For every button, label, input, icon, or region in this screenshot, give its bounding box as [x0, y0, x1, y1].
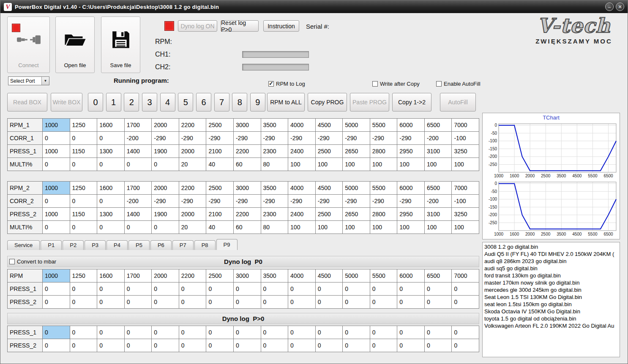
program-button-5[interactable]: 5 [178, 93, 193, 111]
grid-cell[interactable]: 0 [124, 158, 152, 171]
grid-cell[interactable]: 2300 [261, 145, 288, 158]
grid-cell[interactable]: 0 [70, 283, 97, 296]
grid-cell[interactable]: 0 [97, 283, 125, 296]
grid-cell[interactable]: 4500 [315, 182, 343, 195]
program-button-4[interactable]: 4 [160, 93, 175, 111]
grid-cell[interactable]: 0 [124, 221, 152, 234]
grid-cell[interactable]: 2800 [370, 208, 397, 221]
grid-cell[interactable]: 0 [233, 339, 261, 352]
grid-cell[interactable]: 20 [179, 158, 206, 171]
reset-log-button[interactable]: Reset log P>0 [221, 20, 259, 32]
file-list-item[interactable]: ford transit 130km go digital.bin [484, 272, 618, 279]
rpm-to-all-button[interactable]: RPM to ALL [267, 93, 305, 111]
grid-cell[interactable]: 7000 [452, 119, 479, 132]
grid-cell[interactable]: 60 [233, 158, 261, 171]
grid-cell[interactable]: 0 [233, 296, 261, 309]
autofill-button[interactable]: AutoFill [440, 93, 476, 111]
grid-cell[interactable]: 6000 [397, 119, 425, 132]
grid-cell[interactable]: 0 [452, 283, 479, 296]
grid-cell[interactable]: 1600 [97, 119, 125, 132]
grid-cell[interactable]: 2200 [179, 119, 206, 132]
grid-cell[interactable]: 2950 [397, 208, 425, 221]
grid-cell[interactable]: 2000 [152, 269, 179, 283]
grid-cell[interactable]: -290 [315, 132, 343, 145]
grid-cell[interactable]: 0 [452, 326, 479, 339]
write-after-copy-checkbox[interactable]: Write after Copy [372, 81, 420, 87]
grid-cell[interactable]: 0 [370, 339, 397, 352]
grid-cell[interactable]: 4000 [288, 119, 316, 132]
grid-cell[interactable]: 0 [343, 326, 370, 339]
grid-cell[interactable]: 0 [261, 283, 288, 296]
save-file-button[interactable]: Save file [101, 16, 140, 73]
program-button-2[interactable]: 2 [124, 93, 139, 111]
grid-cell[interactable]: 100 [452, 221, 479, 234]
grid-cell[interactable]: 80 [261, 221, 288, 234]
grid-cell[interactable]: 3000 [233, 182, 261, 195]
grid-cell[interactable]: 100 [370, 221, 397, 234]
file-list-item[interactable]: 3008 1.2 go digital.bin [484, 243, 618, 250]
grid-cell[interactable]: 1250 [70, 269, 97, 283]
grid-cell[interactable]: 0 [370, 283, 397, 296]
grid-cell[interactable]: 0 [424, 296, 452, 309]
grid-cell[interactable]: 1300 [97, 145, 125, 158]
file-list-item[interactable]: audi q8 286km 2023 go digital.bin [484, 258, 618, 265]
grid-cell[interactable]: 1150 [70, 145, 97, 158]
grid-cell[interactable]: 2000 [152, 119, 179, 132]
grid-cell[interactable]: 6000 [397, 182, 425, 195]
grid-cell[interactable]: 0 [43, 132, 70, 145]
grid-cell[interactable]: 2200 [233, 145, 261, 158]
file-list-item[interactable]: toyota 1.5 go digital od obciążenia.bin [484, 315, 618, 322]
file-list-item[interactable]: mercedes gle 300d 245km go digital.bin [484, 286, 618, 293]
checkbox-box[interactable] [268, 81, 274, 87]
grid-cell[interactable]: 0 [315, 339, 343, 352]
grid-cell[interactable]: 0 [43, 195, 70, 208]
grid-cell[interactable]: 0 [97, 221, 125, 234]
grid-cell[interactable]: 1000 [43, 119, 70, 132]
grid-cell[interactable]: 0 [288, 339, 316, 352]
rpm-to-log-checkbox[interactable]: RPM to Log [268, 81, 305, 87]
grid-cell[interactable]: 0 [206, 339, 234, 352]
tab-service[interactable]: Service [7, 240, 40, 250]
grid-cell[interactable]: 0 [97, 326, 125, 339]
grid-cell[interactable]: 1900 [152, 145, 179, 158]
grid-cell[interactable]: 2100 [206, 145, 234, 158]
grid-cell[interactable]: 3000 [233, 119, 261, 132]
grid-cell[interactable]: 0 [315, 326, 343, 339]
grid-cell[interactable]: 100 [315, 158, 343, 171]
grid-cell[interactable]: 4500 [315, 119, 343, 132]
grid-cell[interactable]: 1300 [97, 208, 125, 221]
grid-cell[interactable]: -100 [452, 195, 479, 208]
grid-cell[interactable]: 0 [97, 158, 125, 171]
grid-cell[interactable]: 0 [124, 296, 152, 309]
grid-cell[interactable]: 0 [288, 283, 316, 296]
grid-cell[interactable]: 0 [452, 296, 479, 309]
grid-cell[interactable]: 2500 [206, 269, 234, 283]
grid-cell[interactable]: 0 [97, 296, 125, 309]
grid-cell[interactable]: 0 [152, 326, 179, 339]
program-button-9[interactable]: 9 [250, 93, 265, 111]
grid-cell[interactable]: 80 [261, 158, 288, 171]
grid-cell[interactable]: 1400 [124, 208, 152, 221]
grid-cell[interactable]: 2500 [206, 119, 234, 132]
grid-cell[interactable]: 7000 [452, 269, 479, 283]
grid-cell[interactable]: 2400 [288, 145, 316, 158]
grid-cell[interactable]: 0 [70, 326, 97, 339]
grid-cell[interactable]: 3250 [452, 145, 479, 158]
grid-cell[interactable]: -290 [343, 132, 370, 145]
grid-cell[interactable]: 2950 [397, 145, 425, 158]
grid-cell[interactable]: -290 [370, 195, 397, 208]
grid-cell[interactable]: 0 [179, 339, 206, 352]
checkbox-box[interactable] [436, 81, 442, 87]
grid-cell[interactable]: 1150 [70, 208, 97, 221]
copy-prog-button[interactable]: Copy PROG [308, 93, 347, 111]
grid-cell[interactable]: 0 [70, 221, 97, 234]
grid-cell[interactable]: 3500 [261, 269, 288, 283]
grid-cell[interactable]: 0 [70, 132, 97, 145]
grid-cell[interactable]: 2100 [206, 208, 234, 221]
grid-cell[interactable]: 0 [152, 339, 179, 352]
grid-cell[interactable]: 2400 [288, 208, 316, 221]
grid-cell[interactable]: -200 [424, 195, 452, 208]
tab-p6[interactable]: P6 [150, 240, 172, 250]
grid-cell[interactable]: 0 [233, 283, 261, 296]
grid-cell[interactable]: 40 [206, 221, 234, 234]
